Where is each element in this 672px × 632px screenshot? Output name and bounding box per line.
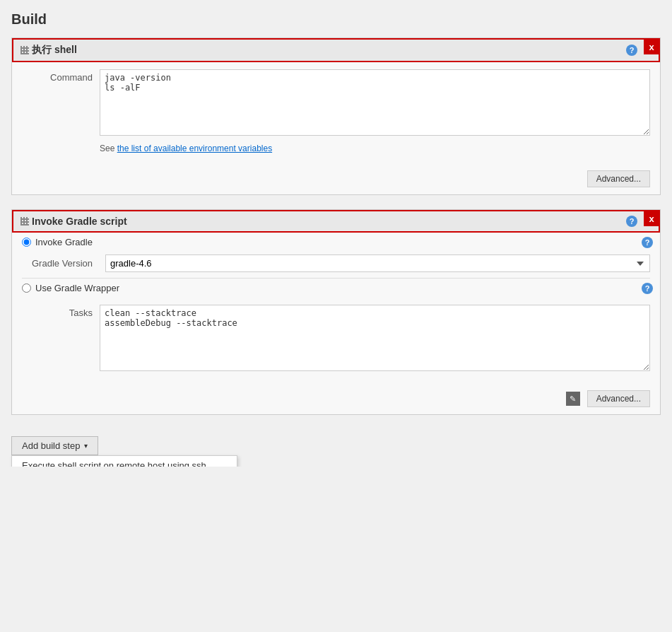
invoke-gradle-radio-row: Invoke Gradle ? — [12, 233, 660, 252]
env-variables-link[interactable]: the list of available environment variab… — [117, 144, 272, 153]
invoke-gradle-advanced-row: ✎ Advanced... — [12, 386, 660, 414]
execute-shell-header: 执行 shell x — [12, 38, 660, 62]
execute-shell-title: 执行 shell — [32, 44, 77, 57]
execute-shell-section: 执行 shell x ? Command java -version ls -a… — [11, 37, 661, 195]
command-label: Command — [22, 69, 100, 83]
add-build-step-container: Add build step ▾ Execute shell script on… — [11, 436, 98, 455]
execute-shell-advanced-row: Advanced... — [12, 166, 660, 194]
drag-handle-icon[interactable] — [20, 46, 29, 54]
command-row: Command java -version ls -alF — [22, 69, 650, 138]
use-gradle-wrapper-radio-row: Use Gradle Wrapper ? — [12, 279, 660, 298]
add-build-step-button[interactable]: Add build step ▾ — [11, 436, 98, 455]
invoke-gradle-radio-label[interactable]: Invoke Gradle — [35, 237, 93, 247]
use-gradle-wrapper-label[interactable]: Use Gradle Wrapper — [35, 283, 119, 293]
invoke-gradle-header-outer: Invoke Gradle script x ? — [12, 210, 660, 233]
execute-shell-help-icon[interactable]: ? — [626, 45, 637, 56]
page-title: Build — [11, 11, 661, 28]
gradle-version-row: Gradle Version gradle-4.6 gradle-4.5 gra… — [12, 252, 660, 278]
delete-execute-shell-button[interactable]: x — [644, 39, 659, 54]
tasks-label: Tasks — [22, 305, 100, 318]
add-build-step-arrow: ▾ — [84, 442, 88, 450]
tasks-textarea[interactable]: clean --stacktrace assembleDebug --stack… — [100, 305, 650, 371]
env-note-prefix: See — [100, 144, 117, 153]
invoke-gradle-title: Invoke Gradle script — [32, 216, 127, 227]
use-gradle-wrapper-help[interactable]: ? — [642, 283, 653, 294]
env-note: See the list of available environment va… — [100, 144, 650, 153]
use-gradle-wrapper-radio[interactable] — [22, 283, 31, 293]
gradle-version-label: Gradle Version — [22, 258, 100, 269]
invoke-gradle-section: Invoke Gradle script x ? Invoke Gradle ?… — [11, 209, 661, 415]
add-build-step-label: Add build step — [22, 440, 80, 451]
invoke-gradle-radio[interactable] — [22, 238, 31, 247]
delete-invoke-gradle-button[interactable]: x — [644, 211, 659, 226]
invoke-gradle-help-icon[interactable]: ? — [626, 216, 637, 227]
page-container: Build 执行 shell x ? Command java -version… — [0, 0, 672, 467]
command-textarea[interactable]: java -version ls -alF — [100, 69, 650, 136]
tasks-row: Tasks clean --stacktrace assembleDebug -… — [22, 305, 650, 373]
invoke-gradle-advanced-button[interactable]: Advanced... — [587, 390, 650, 407]
invoke-gradle-radio-help[interactable]: ? — [642, 237, 653, 248]
dropdown-item-0[interactable]: Execute shell script on remote host usin… — [12, 456, 237, 467]
tasks-field: clean --stacktrace assembleDebug --stack… — [100, 305, 650, 373]
invoke-gradle-body: Tasks clean --stacktrace assembleDebug -… — [12, 298, 660, 386]
invoke-gradle-header: Invoke Gradle script x — [12, 210, 660, 233]
execute-shell-advanced-button[interactable]: Advanced... — [587, 170, 650, 187]
drag-handle-icon-2[interactable] — [20, 217, 29, 226]
gradle-version-select[interactable]: gradle-4.6 gradle-4.5 gradle-4.4 gradle-… — [105, 254, 650, 272]
execute-shell-body: Command java -version ls -alF See the li… — [12, 62, 660, 166]
add-build-step-dropdown: Execute shell script on remote host usin… — [11, 455, 237, 467]
command-field: java -version ls -alF — [100, 69, 650, 138]
gradle-pencil-icon: ✎ — [566, 392, 580, 406]
execute-shell-header-outer: 执行 shell x ? — [12, 38, 660, 62]
